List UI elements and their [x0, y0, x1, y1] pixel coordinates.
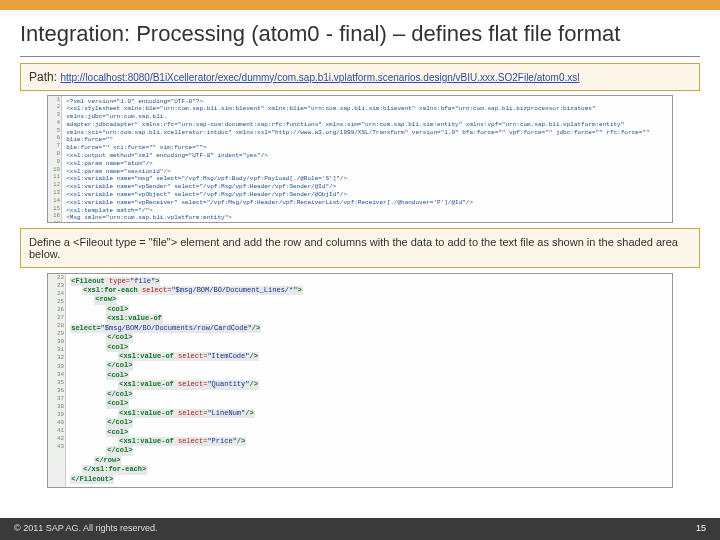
line-gutter-top: 123456789101112131415161718 — [48, 96, 62, 222]
line-gutter-bottom: 2223242526272829303132333435363738394041… — [48, 274, 66, 488]
slide-title: Integration: Processing (atom0 - final) … — [20, 20, 700, 48]
page-number: 15 — [696, 523, 706, 533]
separator-line — [20, 56, 700, 57]
code-block-bottom: 2223242526272829303132333435363738394041… — [47, 273, 673, 489]
slide-footer: © 2011 SAP AG. All rights reserved. 15 — [0, 518, 720, 540]
path-label: Path: — [29, 70, 57, 84]
accent-bar — [0, 0, 720, 10]
instruction-box: Define a <Fileout type = "file"> element… — [20, 228, 700, 268]
slide-content: Integration: Processing (atom0 - final) … — [0, 10, 720, 488]
copyright-text: © 2011 SAP AG. All rights reserved. — [14, 523, 158, 533]
path-box: Path: http://localhost:8080/B1iXcellerat… — [20, 63, 700, 91]
code-block-top: 123456789101112131415161718 <?xml versio… — [47, 95, 673, 223]
path-link[interactable]: http://localhost:8080/B1iXcellerator/exe… — [60, 72, 579, 83]
